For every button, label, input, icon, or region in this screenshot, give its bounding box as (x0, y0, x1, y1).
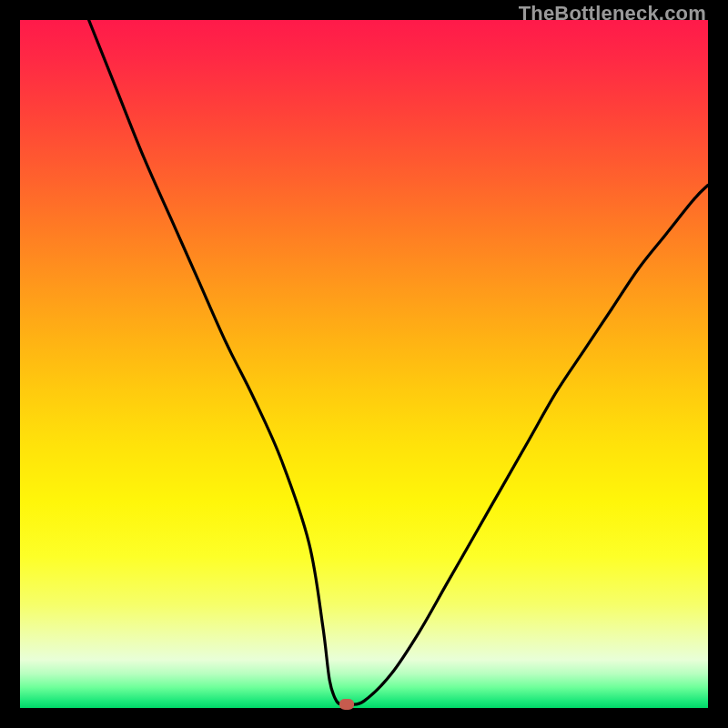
chart-frame: TheBottleneck.com (0, 0, 728, 728)
plot-area (20, 20, 708, 708)
bottleneck-curve (20, 20, 708, 708)
optimum-marker (339, 699, 354, 710)
watermark-text: TheBottleneck.com (519, 2, 706, 25)
